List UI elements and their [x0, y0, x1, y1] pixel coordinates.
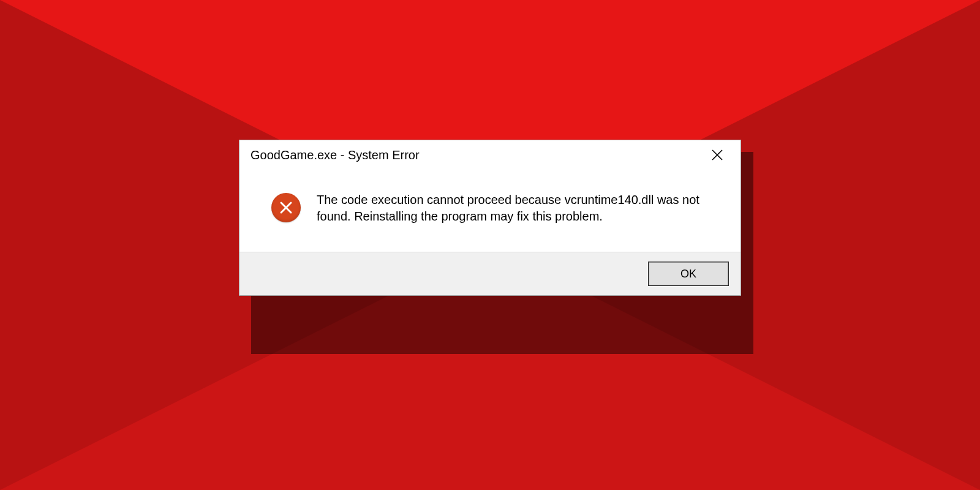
- close-icon: [712, 149, 723, 160]
- error-dialog: GoodGame.exe - System Error The code exe…: [239, 140, 741, 296]
- dialog-footer: OK: [239, 252, 741, 295]
- error-icon-container: [271, 192, 301, 225]
- dialog-title: GoodGame.exe - System Error: [251, 148, 420, 162]
- ok-button[interactable]: OK: [649, 262, 728, 285]
- dialog-titlebar[interactable]: GoodGame.exe - System Error: [239, 140, 741, 170]
- error-x-icon: [271, 193, 301, 222]
- close-button[interactable]: [704, 141, 731, 168]
- error-message: The code execution cannot proceed becaus…: [317, 192, 709, 225]
- dialog-body: The code execution cannot proceed becaus…: [239, 170, 741, 252]
